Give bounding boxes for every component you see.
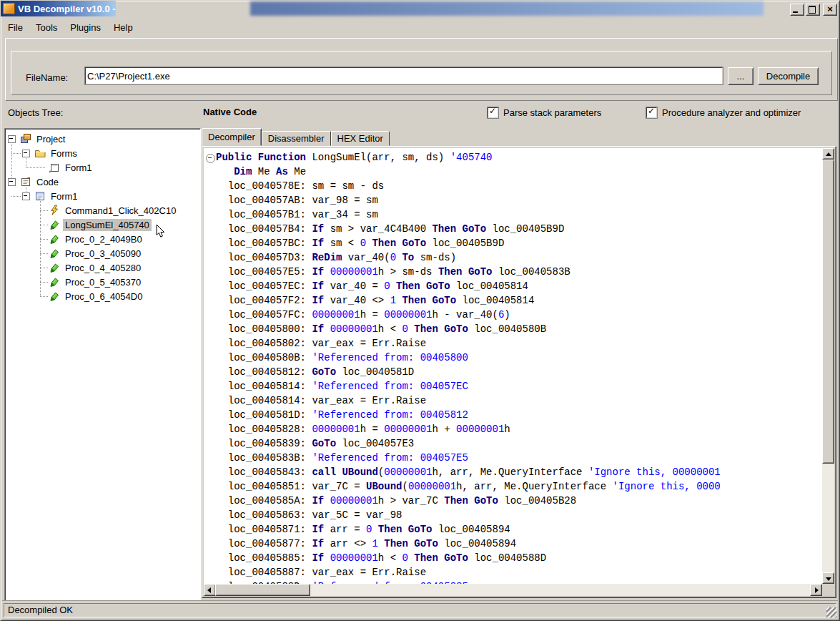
proc-icon <box>49 233 60 245</box>
horizontal-scrollbar[interactable] <box>204 584 822 596</box>
decompile-button[interactable]: Decompile <box>758 67 819 85</box>
app-window: VB Decompiler v10.0 - × FileToolsPlugins… <box>0 0 840 621</box>
proc-icon <box>49 219 60 230</box>
tree-item-form1[interactable]: Form1 <box>6 189 199 203</box>
tree-item-command1-click-402c10[interactable]: Command1_Click_402C10 <box>6 203 199 217</box>
tree-item-forms[interactable]: Forms <box>6 146 199 160</box>
code-icon <box>20 176 31 187</box>
tree-item-label: Proc_0_5_405370 <box>63 276 143 288</box>
arrow-down-icon <box>826 577 831 581</box>
filename-input[interactable] <box>85 67 723 84</box>
code-line: loc_00405885: If 00000001h < 0 Then GoTo… <box>204 551 822 565</box>
tree-item-code[interactable]: Code <box>6 175 199 189</box>
tree-connector <box>40 225 48 225</box>
checkbox-check-icon: ✓ <box>646 107 657 118</box>
scroll-up-button[interactable] <box>822 148 834 160</box>
arrow-right-icon <box>815 587 819 593</box>
resize-grip[interactable] <box>826 607 836 617</box>
parse-stack-checkbox[interactable]: ✓ Parse stack parameters <box>488 107 601 118</box>
scroll-right-button[interactable] <box>810 584 822 596</box>
code-line: loc_004057D3: ReDim var_40(0 To sm-ds) <box>204 250 822 265</box>
tree-item-project[interactable]: Project <box>6 132 199 146</box>
code-line: loc_00405814: var_eax = Err.Raise <box>204 393 822 408</box>
form-icon <box>49 162 60 173</box>
proc-icon <box>49 262 60 273</box>
code-line: loc_00405843: call UBound(00000001h, arr… <box>204 465 822 479</box>
browse-button[interactable]: ... <box>728 67 753 85</box>
tree-item-label: Form1 <box>49 190 80 202</box>
vertical-scrollbar[interactable] <box>822 148 834 584</box>
objects-tree-label: Objects Tree: <box>8 107 63 118</box>
scroll-down-button[interactable] <box>822 572 834 584</box>
code-line: loc_0040581D: 'Referenced from: 00405812 <box>204 408 822 422</box>
tree-item-proc-0-4-405280[interactable]: Proc_0_4_405280 <box>6 260 199 275</box>
collapse-minus-icon[interactable] <box>8 135 16 143</box>
tree-connector <box>11 153 21 154</box>
code-line: loc_004057EC: If var_40 = 0 Then GoTo lo… <box>204 279 822 293</box>
code-line: loc_00405839: GoTo loc_004057E3 <box>204 436 822 451</box>
code-line: loc_00405814: 'Referenced from: 004057EC <box>204 379 822 393</box>
collapse-minus-icon[interactable] <box>22 150 30 157</box>
maximize-button[interactable] <box>806 4 820 16</box>
code-line: loc_00405887: var_eax = Err.Raise <box>204 565 822 580</box>
close-button[interactable]: × <box>823 4 837 16</box>
collapse-minus-icon[interactable] <box>22 192 30 200</box>
maximize-icon <box>809 6 816 14</box>
tree-item-label: Project <box>34 133 67 145</box>
tree-item-label: Proc_0_2_4049B0 <box>63 233 144 245</box>
code-line: loc_00405871: If arr = 0 Then GoTo loc_0… <box>204 522 822 537</box>
tab-disassembler[interactable]: Disassembler <box>262 131 331 146</box>
project-icon <box>20 133 31 145</box>
tree-item-label: Code <box>34 176 61 188</box>
mouse-cursor <box>156 225 166 239</box>
collapse-minus-icon[interactable] <box>8 178 16 186</box>
proc-icon <box>49 290 60 302</box>
tree-connector <box>40 210 48 211</box>
tree-connector <box>11 196 21 197</box>
menu-file[interactable]: File <box>1 21 29 34</box>
code-line: loc_00405802: var_eax = Err.Raise <box>204 336 822 351</box>
tree-item-longsumel-405740[interactable]: LongSumEl_405740 <box>6 217 199 232</box>
fold-collapse-icon[interactable] <box>206 154 215 163</box>
scroll-left-button[interactable] <box>204 584 216 596</box>
close-icon: × <box>824 4 836 14</box>
minimize-button[interactable] <box>790 4 804 16</box>
menu-tools[interactable]: Tools <box>29 21 64 34</box>
menu-help[interactable]: Help <box>107 21 139 34</box>
tree-item-label: LongSumEl_405740 <box>63 219 152 231</box>
tab-decompiler[interactable]: Decompiler <box>202 128 262 146</box>
code-line: loc_00405812: GoTo loc_0040581D <box>204 365 822 379</box>
tree-item-proc-0-5-405370[interactable]: Proc_0_5_405370 <box>6 275 199 289</box>
tree-connector <box>40 253 48 254</box>
code-editor[interactable]: Public Function LongSumEl(arr, sm, ds) '… <box>204 148 822 584</box>
redacted-blur <box>250 1 764 16</box>
tree-item-label: Proc_0_3_405090 <box>63 248 143 260</box>
tab-hex-editor[interactable]: HEX Editor <box>331 131 390 146</box>
procedure-analyzer-checkbox[interactable]: ✓ Procedure analyzer and optimizer <box>646 107 801 118</box>
tree-item-proc-0-2-4049b0[interactable]: Proc_0_2_4049B0 <box>6 232 199 246</box>
tree-item-label: Proc_0_4_405280 <box>63 262 143 274</box>
tree-item-proc-0-3-405090[interactable]: Proc_0_3_405090 <box>6 246 199 260</box>
code-line: loc_0040585A: If 00000001h > var_7C Then… <box>204 494 822 508</box>
window-controls: × <box>790 4 837 16</box>
tab-page: Public Function LongSumEl(arr, sm, ds) '… <box>202 146 836 598</box>
code-line: Dim Me As Me <box>204 165 822 179</box>
horizontal-scroll-thumb[interactable] <box>215 584 310 596</box>
arrow-up-icon <box>826 152 831 156</box>
status-bar: Decompiled OK <box>2 600 838 619</box>
objects-tree[interactable]: ProjectFormsForm1CodeForm1Command1_Click… <box>4 128 201 601</box>
tree-connector <box>40 239 48 240</box>
status-text: Decompiled OK <box>4 603 836 617</box>
event-icon <box>49 205 60 216</box>
procedure-analyzer-label: Procedure analyzer and optimizer <box>662 107 801 118</box>
tree-item-proc-0-6-4054d0[interactable]: Proc_0_6_4054D0 <box>6 289 199 303</box>
code-line: loc_00405851: var_7C = UBound(00000001h,… <box>204 479 822 494</box>
code-line: loc_00405863: var_5C = var_98 <box>204 508 822 522</box>
tree-item-form1[interactable]: Form1 <box>6 160 199 175</box>
code-line: loc_004057AB: var_98 = sm <box>204 193 822 207</box>
vertical-scroll-thumb[interactable] <box>822 160 834 464</box>
code-line: Public Function LongSumEl(arr, sm, ds) '… <box>204 150 822 165</box>
code-line: loc_004057B4: If sm > var_4C4B400 Then G… <box>204 222 822 236</box>
menu-plugins[interactable]: Plugins <box>64 21 107 34</box>
parse-stack-label: Parse stack parameters <box>503 107 601 118</box>
